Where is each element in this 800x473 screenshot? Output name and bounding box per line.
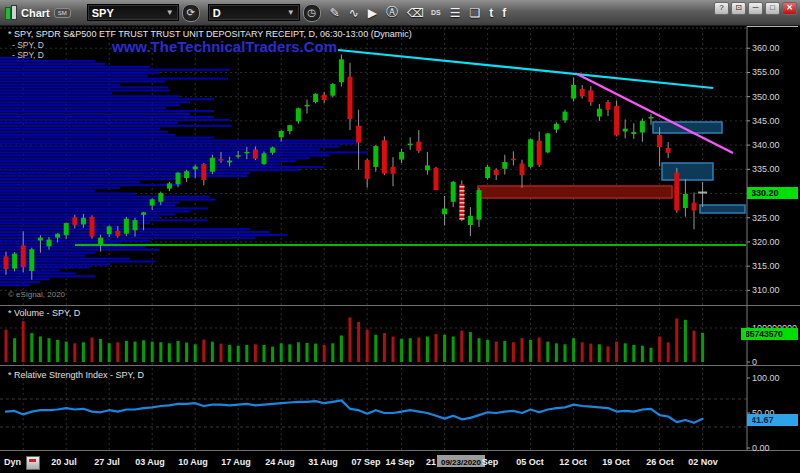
replay-play-icon[interactable]: ▶ (368, 6, 377, 20)
highlighted-date-label: 09/23/2020 (441, 458, 482, 467)
eraser-icon[interactable]: ⌫ (407, 6, 424, 20)
dyn-mode-label[interactable]: Dyn (4, 457, 21, 467)
date-tick-label: 19 Oct (602, 457, 630, 467)
last-rsi-badge: 41.67 (747, 414, 798, 426)
axis-tick-label: 0 (752, 357, 757, 367)
axis-tick-label: 360.00 (752, 43, 780, 53)
cyan-trendline (338, 50, 713, 88)
legend-spy-2: - SPY, D (12, 50, 44, 60)
interval-input[interactable]: D ▼ (208, 4, 300, 21)
axis-tick-label: 350.00 (752, 92, 780, 102)
date-tick-label: 17 Aug (221, 457, 251, 467)
time-template-icon[interactable] (26, 456, 40, 470)
axis-tick-label: 100.00 (752, 373, 780, 383)
date-tick-label: 02 Nov (688, 457, 718, 467)
date-tick-label: 21 (426, 457, 436, 467)
date-tick-label: 26 Oct (646, 457, 674, 467)
rsi-line (6, 400, 703, 422)
date-tick-label: 31 Aug (308, 457, 338, 467)
date-tick-label: Sep (482, 457, 499, 467)
chart-canvas[interactable]: 360.00355.00350.00345.00340.00335.00325.… (0, 0, 800, 473)
supply-box-blue-mid (662, 163, 713, 180)
last-volume-badge: 85743570 (741, 328, 798, 340)
legend-spy-1: - SPY, D (12, 40, 44, 50)
window-title: Chart (21, 7, 50, 19)
esignal-chart-window: Chart SM SPY ▼ ⟳ D ▼ ◷ ✎ ∿ ▶ Ⓐ ⌫ DS ☰ ❏ … (0, 0, 800, 473)
axis-tick-label: 345.00 (752, 116, 780, 126)
volume-panel-label: * Volume - SPY, D (8, 308, 80, 318)
date-tick-label: 10 Aug (178, 457, 208, 467)
volume-profile (0, 57, 368, 286)
trendline-tool-icon[interactable]: ∿ (349, 6, 359, 20)
chat-bubble-icon[interactable]: ❏ (470, 6, 481, 20)
axis-tick-label: 335.00 (752, 164, 780, 174)
layout-panel-icon[interactable]: ☰ (450, 6, 461, 20)
auto-annotate-icon[interactable]: Ⓐ (386, 4, 398, 21)
date-tick-label: 27 Jul (94, 457, 120, 467)
copyright-esignal: © eSignal, 2020 (8, 290, 65, 299)
last-price-badge: 330.20 (747, 187, 798, 199)
twitter-icon[interactable]: t (489, 6, 493, 20)
window-controls: ? ⊡ ─ □ ✕ (712, 2, 797, 15)
date-tick-label: 03 Aug (135, 457, 165, 467)
chevron-down-icon[interactable]: ▼ (287, 8, 295, 17)
resistance-box-maroon (478, 186, 672, 198)
date-tick-label: 14 Sep (385, 457, 415, 467)
link-badge: SM (54, 8, 71, 18)
minimize-button[interactable]: ─ (748, 2, 763, 15)
date-tick-label: 20 Jul (51, 457, 77, 467)
chart-window-icon (5, 5, 16, 20)
maximize-button[interactable]: □ (765, 2, 780, 15)
date-tick-label: 07 Sep (351, 457, 381, 467)
draw-pencil-icon[interactable]: ✎ (330, 6, 340, 20)
support-box-blue-small (700, 205, 745, 213)
restore-button[interactable]: ⊡ (731, 2, 746, 15)
price-axis: 360.00355.00350.00345.00340.00335.00325.… (747, 43, 797, 453)
symbol-value: SPY (92, 7, 114, 19)
ds-label: DS (431, 9, 441, 16)
watermark-link[interactable]: www.TheTechnicalTraders.Com (112, 38, 337, 55)
facebook-icon[interactable]: f (502, 6, 506, 20)
chevron-down-icon[interactable]: ▼ (166, 8, 174, 17)
date-tick-label: 05 Oct (516, 457, 544, 467)
axis-tick-label: 325.00 (752, 213, 780, 223)
axis-tick-label: 355.00 (752, 67, 780, 77)
axis-tick-label: 310.00 (752, 285, 780, 295)
symbol-lookup-icon[interactable]: ⟳ (182, 4, 200, 22)
date-tick-label: 12 Oct (559, 457, 587, 467)
symbol-input[interactable]: SPY ▼ (87, 4, 179, 21)
time-interval-icon[interactable]: ◷ (303, 4, 321, 22)
interval-value: D (213, 7, 221, 19)
axis-tick-label: 340.00 (752, 140, 780, 150)
axis-tick-label: 315.00 (752, 261, 780, 271)
date-tick-label: 24 Aug (265, 457, 295, 467)
close-button[interactable]: ✕ (782, 2, 797, 15)
supply-box-blue-upper (653, 122, 722, 133)
axis-tick-label: 320.00 (752, 237, 780, 247)
help-button[interactable]: ? (714, 2, 729, 15)
rsi-panel-label: * Relative Strength Index - SPY, D (8, 370, 144, 380)
date-axis: 20 Jul27 Jul03 Aug10 Aug17 Aug24 Aug31 A… (0, 451, 800, 473)
toolbar: Chart SM SPY ▼ ⟳ D ▼ ◷ ✎ ∿ ▶ Ⓐ ⌫ DS ☰ ❏ … (0, 0, 800, 26)
